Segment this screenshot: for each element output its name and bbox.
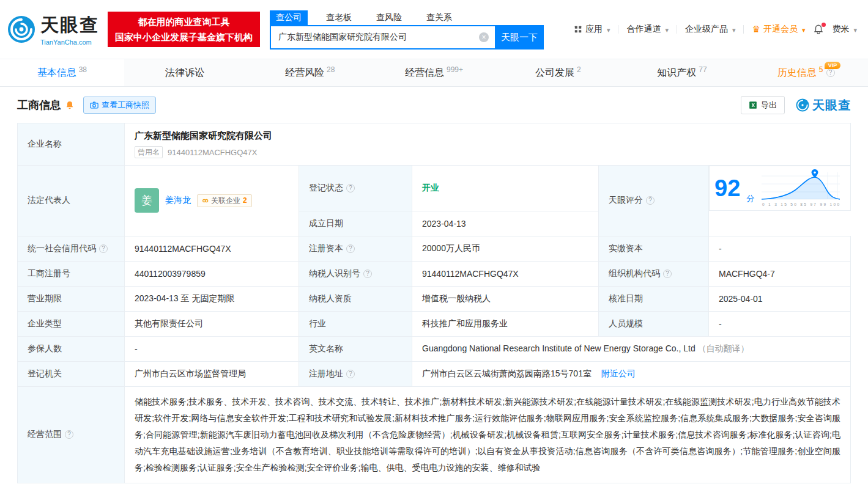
help-icon[interactable]: [663, 270, 672, 278]
business-scope-cell: 储能技术服务;技术服务、技术开发、技术咨询、技术交流、技术转让、技术推广;新材料…: [125, 386, 851, 483]
nav-user[interactable]: 费米: [832, 24, 857, 35]
section-head: 工商信息 查看工商快照 导出 天眼查: [0, 87, 868, 122]
notification-dot: [822, 23, 826, 27]
field-label-org-code: 组织机构代码: [599, 261, 709, 286]
help-icon[interactable]: [363, 270, 372, 278]
help-icon[interactable]: [646, 196, 655, 205]
former-name-tag: 曾用名: [135, 146, 163, 158]
search-tab-boss[interactable]: 查老板: [320, 10, 358, 25]
table-row: 工商注册号 440112003979859 纳税人识别号 91440112MAC…: [18, 261, 851, 286]
snapshot-button[interactable]: 查看工商快照: [83, 97, 156, 114]
notification-bell-icon[interactable]: [813, 24, 824, 35]
search-button[interactable]: 天眼一下: [495, 25, 544, 50]
field-label-insured-count: 参保人数: [18, 336, 125, 361]
field-label-reg-capital: 注册资本: [299, 236, 412, 261]
related-companies-tag[interactable]: 关联企业 2: [197, 194, 252, 207]
tab-history-info[interactable]: VIP 历史信息 5: [744, 59, 868, 86]
reg-authority-cell: 广州市白云区市场监督管理局: [125, 361, 299, 386]
help-icon[interactable]: [826, 68, 835, 77]
staff-size-cell: -: [709, 311, 851, 336]
table-row: 企业类型 其他有限责任公司 行业 科技推广和应用服务业 人员规模 -: [18, 311, 851, 336]
clear-search-icon[interactable]: [479, 32, 489, 42]
credit-code-cell: 91440112MACFHGQ47X: [125, 236, 299, 261]
export-button[interactable]: 导出: [741, 96, 785, 114]
legal-rep-cell: 姜 姜海龙 关联企业 2: [125, 166, 299, 237]
nav-partner[interactable]: 合作通道: [626, 24, 669, 35]
score-unit: 分: [746, 193, 754, 204]
top-nav: 应用 合作通道 企业级产品 ♛ 开通会员 费米: [574, 24, 857, 35]
help-icon[interactable]: [346, 244, 355, 253]
tab-intellectual-property[interactable]: 知识产权 77: [620, 59, 744, 86]
field-label-reg-address: 注册地址: [299, 361, 412, 386]
score-axis-labels: 0 1 3 15 50 85 97 99 100: [762, 202, 839, 207]
nav-enterprise[interactable]: 企业级产品: [685, 24, 736, 35]
chevron-down-icon: [852, 24, 857, 34]
table-row: 企业名称 广东新型储能国家研究院有限公司 曾用名 91440112MACFHGQ…: [18, 123, 851, 166]
field-label-english-name: 英文名称: [299, 336, 412, 361]
business-info-table: 企业名称 广东新型储能国家研究院有限公司 曾用名 91440112MACFHGQ…: [17, 123, 851, 483]
field-label-legal-rep: 法定代表人: [18, 166, 125, 237]
legal-rep-link[interactable]: 姜海龙: [165, 195, 191, 206]
establish-date-cell: 2023-04-13: [412, 211, 599, 236]
field-label-industry: 行业: [299, 311, 412, 336]
search-tab-relation[interactable]: 查关系: [420, 10, 458, 25]
former-name-value: 91440112MACFHGQ47X: [168, 148, 257, 157]
help-icon[interactable]: [346, 370, 355, 378]
tab-legal-proceedings[interactable]: 法律诉讼: [124, 59, 248, 86]
nav-open-vip[interactable]: ♛ 开通会员: [752, 24, 805, 35]
field-label-name: 企业名称: [18, 123, 125, 166]
search-tab-risk[interactable]: 查风险: [370, 10, 408, 25]
brand-name: 天眼查: [40, 13, 99, 38]
org-code-cell: MACFHGQ4-7: [709, 261, 851, 286]
field-label-company-type: 企业类型: [18, 311, 125, 336]
help-icon[interactable]: [65, 430, 73, 439]
search-input[interactable]: [270, 25, 495, 50]
help-icon[interactable]: [346, 184, 355, 193]
field-label-staff-size: 人员规模: [599, 311, 709, 336]
promo-line-1: 都在用的商业查询工具: [115, 14, 253, 29]
field-label-taxpayer-quality: 纳税人资质: [299, 286, 412, 311]
tab-operation-risk[interactable]: 经营风险 28: [248, 59, 372, 86]
tianyancha-logo[interactable]: 天眼查 TianYanCha.com: [7, 13, 99, 46]
score-curve-chart: 0 1 3 15 50 85 97 99 100: [760, 169, 841, 208]
tianyancha-watermark-icon: [796, 98, 809, 112]
promo-banner: 都在用的商业查询工具 国家中小企业发展子基金旗下机构: [108, 12, 260, 47]
nearby-companies-link[interactable]: 附近公司: [601, 369, 636, 378]
company-name: 广东新型储能国家研究院有限公司: [135, 130, 840, 142]
chevron-down-icon: [731, 24, 736, 34]
camera-icon: [90, 101, 98, 109]
tab-company-development[interactable]: 公司发展 2: [496, 59, 620, 86]
legal-rep-avatar[interactable]: 姜: [135, 188, 159, 213]
tab-basic-info[interactable]: 基本信息 38: [0, 59, 124, 86]
table-row: 经营范围 储能技术服务;技术服务、技术开发、技术咨询、技术交流、技术转让、技术推…: [18, 386, 851, 483]
reg-status-cell: 开业: [412, 166, 599, 211]
grid-icon: [574, 25, 582, 34]
nav-apps[interactable]: 应用: [574, 24, 610, 35]
reg-address-cell: 广州市白云区云城街萧岗荔园南路15号701室 附近公司: [412, 361, 851, 386]
field-label-reg-authority: 登记机关: [18, 361, 125, 386]
search-area: 查公司 查老板 查风险 查关系 天眼一下: [270, 9, 544, 50]
tianyancha-logo-icon: [7, 15, 35, 43]
status-badge: 开业: [422, 183, 439, 193]
promo-line-2: 国家中小企业发展子基金旗下机构: [115, 29, 253, 45]
table-row: 参保人数 - 英文名称 Guangdong National Research …: [18, 336, 851, 361]
field-label-score: 天眼评分: [599, 166, 709, 237]
chevron-down-icon: [664, 24, 669, 34]
field-label-credit-code: 统一社会信用代码: [18, 236, 125, 261]
table-row: 登记机关 广州市白云区市场监督管理局 注册地址 广州市白云区云城街萧岗荔园南路1…: [18, 361, 851, 386]
field-label-taxpayer-id: 纳税人识别号: [299, 261, 412, 286]
industry-cell: 科技推广和应用服务业: [412, 311, 599, 336]
tianyancha-watermark: 天眼查: [796, 97, 851, 114]
search-tab-company[interactable]: 查公司: [270, 10, 308, 25]
field-label-approval-date: 核准日期: [599, 286, 709, 311]
taxpayer-quality-cell: 增值税一般纳税人: [412, 286, 599, 311]
table-row: 营业期限 2023-04-13 至 无固定期限 纳税人资质 增值税一般纳税人 核…: [18, 286, 851, 311]
field-label-reg-status: 登记状态: [299, 166, 412, 211]
help-icon[interactable]: [99, 244, 108, 253]
score-pin-icon: [812, 169, 818, 178]
header: 天眼查 TianYanCha.com 都在用的商业查询工具 国家中小企业发展子基…: [0, 0, 868, 59]
vip-badge: VIP: [825, 62, 841, 69]
tab-business-info[interactable]: 经营信息 999+: [372, 59, 496, 86]
subscribe-bell-icon[interactable]: [65, 100, 75, 110]
divider: [743, 25, 744, 34]
